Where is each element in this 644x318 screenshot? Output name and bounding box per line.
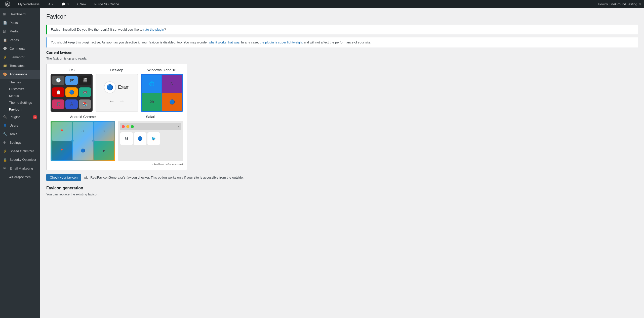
sidebar-item-media[interactable]: 🖼 Media	[0, 27, 40, 36]
sidebar-item-settings[interactable]: ⚙ Settings	[0, 138, 40, 147]
android-preview-section: Android Chrome 📍 G G 📍 🔵 ▶	[51, 115, 115, 161]
ios-app-store: A	[65, 99, 78, 109]
ios-app-reminder: 📋	[52, 87, 64, 97]
android-app-1: 📍	[52, 122, 72, 141]
check-section: Check your favicon with RealFaviconGener…	[46, 174, 638, 181]
win-tile-onenote: N	[162, 75, 182, 93]
safari-close-btn	[122, 125, 125, 128]
sidebar-item-pages[interactable]: 📋 Pages	[0, 36, 40, 44]
elementor-icon: ⚡	[3, 55, 8, 60]
comments-icon: 💬	[3, 46, 8, 51]
email-icon: ✉	[3, 166, 8, 171]
android-app-6: ▶	[94, 141, 114, 160]
adminbar-wp-logo[interactable]	[3, 0, 12, 8]
android-app-3: G	[94, 122, 114, 141]
desktop-forward-arrow: →	[119, 97, 125, 104]
pages-icon: 📋	[3, 38, 8, 42]
dashboard-icon: ⊞	[3, 12, 8, 17]
adminbar-updates[interactable]: ↺ 2	[46, 0, 55, 8]
desktop-text: Exam	[118, 85, 130, 90]
windows-preview-section: Windows 8 and 10 🌐 N 🛍 🔵	[141, 68, 183, 112]
favicon-preview-box: iOS 🕐 🗺 🎬 📋 🔵 🎮 🎵 A 📚 De	[46, 64, 187, 170]
admin-bar: My WordPress ↺ 2 💬 0 + New Purge SG Cach…	[0, 0, 644, 8]
safari-preview-section: Safari ‹ G 🔵 🐦	[118, 115, 183, 161]
sidebar-item-elementor[interactable]: ⚡ Elementor	[0, 53, 40, 62]
notice-info: You should keep this plugin active. As s…	[46, 37, 638, 47]
desktop-preview-section: Desktop 🔵 Exam ← →	[96, 68, 138, 112]
page-title: Favicon	[46, 13, 638, 21]
win-tile-example: 🔵	[162, 93, 182, 111]
desktop-back-arrow: ←	[109, 97, 115, 104]
check-desc: with RealFaviconGenerator's favicon chec…	[84, 176, 244, 179]
sidebar-item-templates[interactable]: 📁 Templates	[0, 62, 40, 70]
ios-app-music: 🎵	[52, 99, 64, 109]
appearance-icon: 🎨	[3, 72, 8, 77]
desktop-label: Desktop	[96, 68, 138, 72]
android-app-5: 🔵	[73, 141, 93, 160]
collapse-menu[interactable]: ◀ Collapse menu	[0, 173, 40, 181]
ios-preview-section: iOS 🕐 🗺 🎬 📋 🔵 🎮 🎵 A 📚	[51, 68, 93, 112]
why-it-works-link[interactable]: why it works that way	[209, 40, 239, 44]
ios-app-example: 🔵	[65, 87, 78, 97]
safari-preview: ‹ G 🔵 🐦	[118, 121, 183, 161]
desktop-icon: 🔵	[104, 81, 116, 93]
ios-app-clock: 🕐	[52, 76, 64, 85]
safari-bookmark-1: G	[120, 132, 133, 145]
settings-icon: ⚙	[3, 140, 8, 145]
sidebar-subitem-theme-settings[interactable]: Theme Settings	[0, 99, 40, 106]
rfg-watermark: ▪ RealFaviconGenerator.net	[51, 163, 183, 166]
sidebar-item-posts[interactable]: 📄 Posts	[0, 19, 40, 27]
sidebar-item-plugins[interactable]: 🔌 Plugins 1	[0, 113, 40, 121]
android-preview: 📍 G G 📍 🔵 ▶	[51, 121, 115, 161]
adminbar-purge[interactable]: Purge SG Cache	[92, 0, 121, 8]
safari-max-btn	[131, 125, 134, 128]
sidebar-item-email-marketing[interactable]: ✉ Email Marketing	[0, 164, 40, 173]
sidebar-subitem-customize[interactable]: Customize	[0, 86, 40, 92]
safari-min-btn	[126, 125, 129, 128]
gen-title: Favicon generation	[46, 186, 638, 190]
media-icon: 🖼	[3, 29, 8, 34]
ios-label: iOS	[51, 68, 93, 72]
admin-sidebar: ⊞ Dashboard 📄 Posts 🖼 Media 📋 Pages 💬 Co…	[0, 8, 40, 318]
plugins-icon: 🔌	[3, 115, 8, 119]
ios-app-video: 🎬	[79, 76, 91, 85]
templates-icon: 📁	[3, 64, 8, 68]
main-content: Favicon Favicon installed! Do you like t…	[40, 8, 644, 318]
adminbar-new[interactable]: + New	[74, 0, 88, 8]
windows-label: Windows 8 and 10	[141, 68, 183, 72]
sidebar-item-comments[interactable]: 💬 Comments	[0, 44, 40, 53]
sidebar-subitem-menus[interactable]: Menus	[0, 92, 40, 99]
sidebar-item-appearance[interactable]: 🎨 Appearance	[0, 70, 40, 79]
check-favicon-button[interactable]: Check your favicon	[46, 174, 81, 181]
android-label: Android Chrome	[51, 115, 115, 119]
sidebar-subitem-themes[interactable]: Themes	[0, 79, 40, 86]
adminbar-comments[interactable]: 💬 0	[59, 0, 70, 8]
sidebar-item-security-optimizer[interactable]: 🔒 Security Optimizer	[0, 155, 40, 164]
current-favicon-title: Current favicon	[46, 50, 638, 55]
win-tile-store: 🛍	[142, 93, 162, 111]
rate-plugin-link[interactable]: rate the plugin	[143, 28, 164, 31]
speed-icon: ⚡	[3, 149, 8, 153]
safari-back-icon: ‹	[178, 124, 179, 129]
sidebar-item-users[interactable]: 👤 Users	[0, 121, 40, 130]
sidebar-subitem-favicon[interactable]: Favicon	[0, 106, 40, 113]
safari-bookmark-2: 🔵	[134, 132, 146, 145]
safari-bookmark-3: 🐦	[147, 132, 160, 145]
ios-preview: 🕐 🗺 🎬 📋 🔵 🎮 🎵 A 📚	[51, 74, 93, 112]
windows-preview: 🌐 N 🛍 🔵	[141, 74, 183, 112]
gen-desc: You can replace the existing favicon.	[46, 192, 638, 196]
security-icon: 🔒	[3, 158, 8, 162]
super-lightweight-link[interactable]: the plugin is super lightweight	[260, 40, 303, 44]
ios-app-maps: 🗺	[65, 76, 78, 85]
current-favicon-desc: The favicon is up and ready.	[46, 57, 638, 60]
sidebar-item-speed-optimizer[interactable]: ⚡ Speed Optimizer	[0, 147, 40, 155]
sidebar-item-tools[interactable]: 🔧 Tools	[0, 130, 40, 138]
android-app-2: G	[73, 122, 93, 141]
sidebar-item-dashboard[interactable]: ⊞ Dashboard	[0, 10, 40, 19]
android-app-4: 📍	[52, 141, 72, 160]
ios-app-game: 🎮	[79, 87, 91, 97]
adminbar-site-name[interactable]: My WordPress	[16, 0, 42, 8]
desktop-preview: 🔵 Exam ← →	[96, 74, 138, 112]
posts-icon: 📄	[3, 21, 8, 25]
users-icon: 👤	[3, 123, 8, 128]
